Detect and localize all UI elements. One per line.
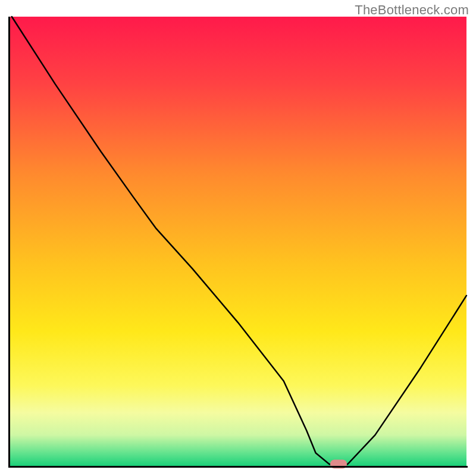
x-axis — [8, 466, 468, 468]
watermark-text: TheBottleneck.com — [355, 2, 469, 18]
y-axis — [8, 17, 10, 468]
chart-background — [0, 0, 476, 476]
chart-container: TheBottleneck.com — [0, 0, 476, 476]
svg-rect-0 — [10, 17, 466, 466]
